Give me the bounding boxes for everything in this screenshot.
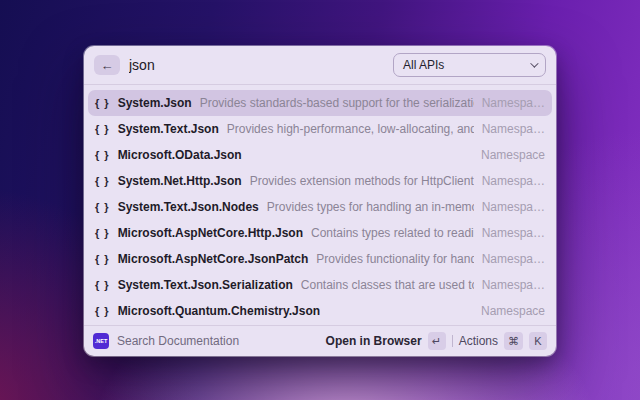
item-type-badge: Namespa…: [482, 200, 545, 214]
item-title: Microsoft.OData.Json: [118, 148, 242, 162]
list-item[interactable]: { } Microsoft.OData.Json Namespace: [88, 142, 552, 168]
braces-icon: { }: [95, 175, 110, 187]
return-keycap: ↵: [428, 332, 446, 350]
item-subtitle: Provides functionality for handling JSON…: [316, 252, 473, 266]
k-keycap: K: [529, 332, 547, 350]
extension-name: Search Documentation: [117, 334, 239, 348]
list-item[interactable]: { } System.Text.Json.Nodes Provides type…: [88, 194, 552, 220]
item-title: System.Json: [118, 96, 192, 110]
list-item[interactable]: { } Microsoft.Quantum.Chemistry.Json Nam…: [88, 298, 552, 324]
item-title: System.Text.Json: [118, 122, 219, 136]
footer-bar: .NET Search Documentation Open in Browse…: [84, 326, 556, 356]
item-type-badge: Namespace: [481, 148, 545, 162]
search-window: ← All APIs { } System.Json Provides stan…: [84, 46, 556, 356]
braces-icon: { }: [95, 253, 110, 265]
back-button[interactable]: ←: [94, 55, 120, 75]
dotnet-logo-text: .NET: [95, 338, 108, 344]
chevron-down-icon: [530, 59, 538, 67]
item-subtitle: Contains classes that are used to custom…: [301, 278, 474, 292]
list-item[interactable]: { } Microsoft.AspNetCore.Http.Json Conta…: [88, 220, 552, 246]
item-subtitle: Provides extension methods for HttpClien…: [250, 174, 474, 188]
list-item[interactable]: { } Microsoft.AspNetCore.JsonPatch Provi…: [88, 246, 552, 272]
actions-divider: [452, 335, 453, 347]
item-title: Microsoft.AspNetCore.JsonPatch: [118, 252, 309, 266]
item-subtitle: Provides standards-based support for the…: [200, 96, 474, 110]
braces-icon: { }: [95, 97, 110, 109]
item-title: Microsoft.Quantum.Chemistry.Json: [118, 304, 320, 318]
item-type-badge: Namespace: [481, 304, 545, 318]
api-filter-label: All APIs: [403, 58, 444, 72]
footer-actions: Open in Browser ↵ Actions ⌘ K: [326, 332, 547, 350]
item-title: Microsoft.AspNetCore.Http.Json: [118, 226, 303, 240]
item-type-badge: Namespa…: [482, 122, 545, 136]
item-subtitle: Contains types related to reading JSON f…: [311, 226, 474, 240]
item-type-badge: Namespa…: [482, 252, 545, 266]
item-subtitle: Provides high-performance, low-allocatin…: [227, 122, 474, 136]
back-arrow-icon: ←: [101, 58, 114, 73]
braces-icon: { }: [95, 201, 110, 213]
open-in-browser-action[interactable]: Open in Browser: [326, 334, 422, 348]
list-item[interactable]: { } System.Net.Http.Json Provides extens…: [88, 168, 552, 194]
item-type-badge: Namespa…: [482, 174, 545, 188]
command-keycap: ⌘: [504, 332, 523, 350]
api-filter-dropdown[interactable]: All APIs: [393, 53, 546, 77]
actions-menu-button[interactable]: Actions: [459, 334, 498, 348]
braces-icon: { }: [95, 123, 110, 135]
item-type-badge: Namespa…: [482, 96, 545, 110]
item-subtitle: Provides types for handling an in-memory…: [267, 200, 474, 214]
braces-icon: { }: [95, 227, 110, 239]
item-type-badge: Namespa…: [482, 226, 545, 240]
item-title: System.Text.Json.Serialization: [118, 278, 293, 292]
results-list: { } System.Json Provides standards-based…: [84, 85, 556, 325]
dotnet-logo-icon: .NET: [93, 333, 109, 349]
list-item[interactable]: { } System.Json Provides standards-based…: [88, 90, 552, 116]
item-title: System.Net.Http.Json: [118, 174, 242, 188]
braces-icon: { }: [95, 305, 110, 317]
item-title: System.Text.Json.Nodes: [118, 200, 259, 214]
search-header: ← All APIs: [84, 46, 556, 84]
list-item[interactable]: { } System.Text.Json.Serialization Conta…: [88, 272, 552, 298]
braces-icon: { }: [95, 279, 110, 291]
item-type-badge: Namespa…: [482, 278, 545, 292]
braces-icon: { }: [95, 149, 110, 161]
list-item[interactable]: { } System.Text.Json Provides high-perfo…: [88, 116, 552, 142]
search-input[interactable]: [129, 57, 384, 73]
